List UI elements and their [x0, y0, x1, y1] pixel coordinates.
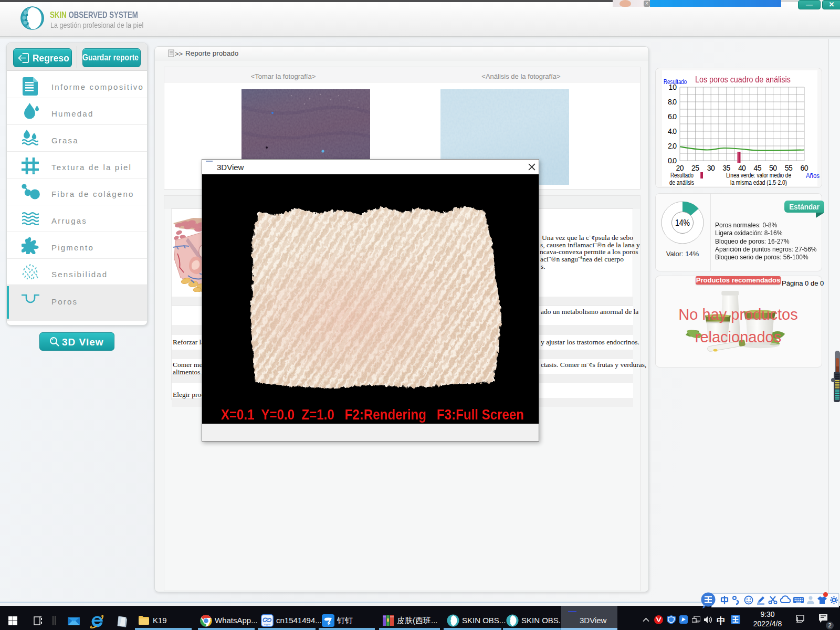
- svg-text:8.0: 8.0: [668, 98, 677, 106]
- svg-text:de análisis: de análisis: [669, 178, 694, 186]
- svg-text:Supplier: Supplier: [264, 624, 271, 626]
- svg-text:6.0: 6.0: [668, 112, 677, 121]
- svg-text:Línea verde: valor medio de: Línea verde: valor medio de: [726, 171, 791, 179]
- svg-text:14%: 14%: [675, 218, 690, 228]
- svg-text:30: 30: [707, 164, 715, 172]
- svg-text:4.0: 4.0: [668, 127, 677, 135]
- svg-text:60: 60: [801, 164, 808, 172]
- svg-text:la misma edad (1.5-2.0): la misma edad (1.5-2.0): [730, 178, 787, 186]
- svg-text:2.0: 2.0: [668, 142, 677, 150]
- svg-text:10: 10: [668, 83, 677, 91]
- svg-text:Años: Años: [806, 172, 820, 180]
- svg-text:Resultado: Resultado: [670, 171, 694, 179]
